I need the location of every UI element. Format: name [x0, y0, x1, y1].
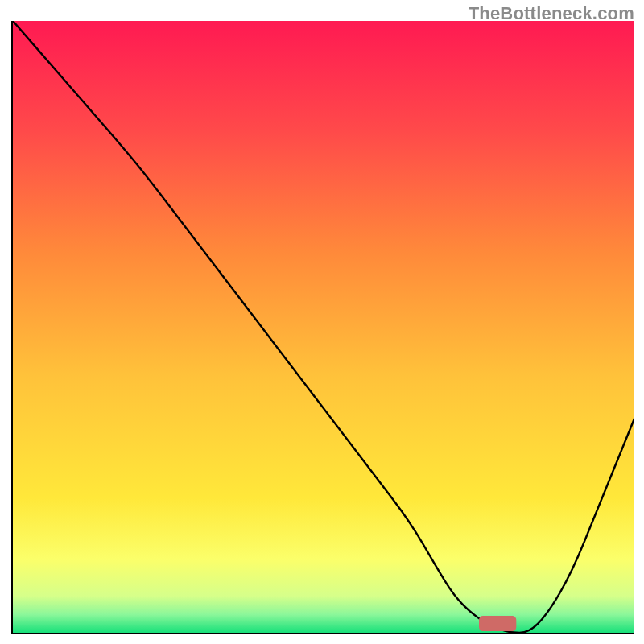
gradient-background — [13, 21, 634, 633]
chart-root: TheBottleneck.com — [0, 0, 644, 644]
plot-area — [11, 21, 634, 634]
plot-svg — [13, 21, 634, 633]
optimum-marker — [479, 616, 516, 631]
